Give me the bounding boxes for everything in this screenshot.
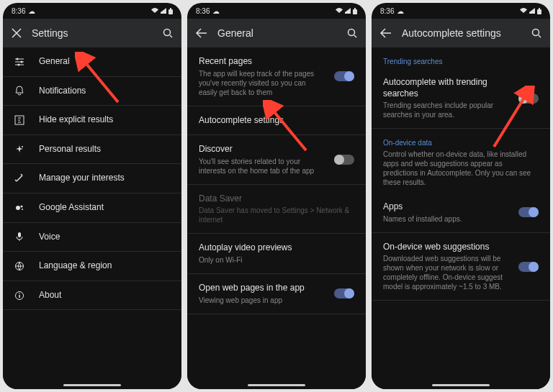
item-open-web[interactable]: Open web pages in the app Viewing web pa… — [187, 274, 366, 314]
header: Settings — [3, 19, 181, 47]
list-item-explicit[interactable]: Hide explicit results — [3, 106, 181, 135]
info-icon — [14, 291, 26, 301]
item-apps[interactable]: Apps Names of installed apps. — [372, 193, 550, 233]
svg-point-5 — [18, 63, 20, 65]
toggle-switch[interactable] — [334, 71, 354, 81]
list-label: Language & region — [39, 260, 112, 272]
toggle-switch[interactable] — [518, 94, 539, 104]
item-autoplay[interactable]: Autoplay video previews Only on Wi-Fi — [187, 234, 366, 274]
list-label: About — [39, 290, 61, 301]
list-item-personal[interactable]: Personal results — [3, 135, 181, 165]
item-title: Discover — [199, 144, 321, 155]
status-bar: 8:36 ☁ — [187, 3, 366, 19]
item-title: Autoplay video previews — [199, 242, 354, 254]
svg-rect-15 — [353, 9, 357, 14]
globe-icon — [14, 261, 26, 271]
svg-rect-18 — [537, 9, 541, 14]
svg-rect-11 — [18, 232, 21, 237]
toggle-switch[interactable] — [518, 262, 539, 272]
close-icon[interactable] — [12, 28, 22, 38]
home-indicator[interactable] — [63, 384, 121, 386]
settings-screen: 8:36 ☁ Settings General Notifications Hi… — [3, 3, 181, 389]
item-autocomplete[interactable]: Autocomplete settings — [187, 106, 366, 136]
list-label: Voice — [39, 232, 60, 243]
item-discover[interactable]: Discover You'll see stories related to y… — [187, 135, 366, 185]
page-title: General — [217, 27, 337, 39]
item-recent-pages[interactable]: Recent pages The app will keep track of … — [187, 47, 366, 106]
item-title: Apps — [383, 201, 505, 213]
svg-point-3 — [17, 58, 19, 60]
explicit-icon — [14, 115, 26, 125]
page-title: Settings — [32, 27, 153, 39]
svg-rect-19 — [539, 8, 540, 9]
svg-point-4 — [21, 60, 23, 63]
list-label: Hide explicit results — [39, 114, 113, 126]
toggle-switch[interactable] — [334, 155, 354, 165]
item-sub: You'll see stories related to your inter… — [199, 157, 321, 176]
status-bar: 8:36 ☁ — [3, 3, 181, 19]
section-desc: Control whether on-device data, like ins… — [372, 150, 550, 193]
section-header-ondevice: On-device data — [372, 129, 550, 150]
wand-icon — [14, 173, 26, 183]
list-item-interests[interactable]: Manage your interests — [3, 164, 181, 193]
svg-point-9 — [21, 205, 23, 207]
status-time: 8:36 — [12, 7, 25, 15]
page-title: Autocomplete settings — [402, 27, 521, 39]
svg-point-10 — [22, 209, 23, 210]
item-trending-autocomplete[interactable]: Autocomplete with trending searches Tren… — [372, 68, 550, 129]
list-label: Google Assistant — [39, 202, 104, 214]
item-sub: The app will keep track of the pages you… — [199, 69, 321, 97]
item-title: Open web pages in the app — [199, 283, 321, 294]
search-icon[interactable] — [531, 28, 541, 38]
item-sub: Names of installed apps. — [383, 214, 505, 224]
item-web-suggestions[interactable]: On-device web suggestions Downloaded web… — [372, 233, 550, 301]
status-time: 8:36 — [380, 7, 394, 15]
item-sub: Data Saver has moved to Settings > Netwo… — [199, 206, 354, 224]
cloud-icon: ☁ — [28, 7, 35, 15]
cloud-icon: ☁ — [397, 7, 404, 15]
list-item-about[interactable]: About — [3, 281, 181, 311]
item-sub: Trending searches include popular search… — [383, 101, 505, 119]
item-sub: Downloaded web suggestions will be shown… — [383, 254, 505, 291]
item-sub: Viewing web pages in app — [199, 296, 321, 305]
svg-point-20 — [533, 29, 539, 36]
item-sub: Only on Wi-Fi — [199, 255, 354, 265]
header: General — [187, 19, 366, 47]
back-icon[interactable] — [380, 28, 392, 38]
item-title: Recent pages — [199, 56, 321, 68]
search-icon[interactable] — [347, 28, 357, 38]
status-time: 8:36 — [196, 7, 210, 15]
list-item-general[interactable]: General — [3, 47, 181, 77]
toggle-switch[interactable] — [334, 288, 354, 298]
search-icon[interactable] — [163, 28, 173, 38]
item-data-saver: Data Saver Data Saver has moved to Setti… — [187, 185, 366, 234]
cloud-icon: ☁ — [212, 7, 220, 15]
status-icons — [520, 8, 541, 14]
settings-list: General Notifications Hide explicit resu… — [3, 47, 181, 389]
home-indicator[interactable] — [432, 384, 490, 386]
item-title: Autocomplete settings — [199, 115, 354, 127]
svg-point-17 — [349, 29, 355, 36]
svg-point-14 — [19, 293, 20, 294]
svg-point-7 — [22, 146, 23, 147]
mic-icon — [14, 232, 26, 242]
general-list: Recent pages The app will keep track of … — [187, 47, 366, 389]
item-title: Data Saver — [199, 193, 354, 205]
header: Autocomplete settings — [372, 19, 550, 47]
svg-rect-16 — [354, 8, 356, 9]
list-item-voice[interactable]: Voice — [3, 223, 181, 252]
autocomplete-screen: 8:36 ☁ Autocomplete settings Trending se… — [372, 3, 550, 389]
svg-point-8 — [16, 206, 20, 210]
list-item-notifications[interactable]: Notifications — [3, 77, 181, 106]
section-header-trending: Trending searches — [372, 47, 550, 68]
sliders-icon — [14, 57, 26, 67]
list-label: Notifications — [39, 86, 86, 97]
list-item-assistant[interactable]: Google Assistant — [3, 193, 181, 223]
bell-icon — [14, 86, 26, 96]
svg-point-2 — [164, 29, 171, 36]
toggle-switch[interactable] — [518, 207, 539, 217]
back-icon[interactable] — [196, 28, 207, 38]
list-item-language[interactable]: Language & region — [3, 252, 181, 281]
item-title: Autocomplete with trending searches — [383, 77, 505, 99]
home-indicator[interactable] — [248, 384, 305, 386]
